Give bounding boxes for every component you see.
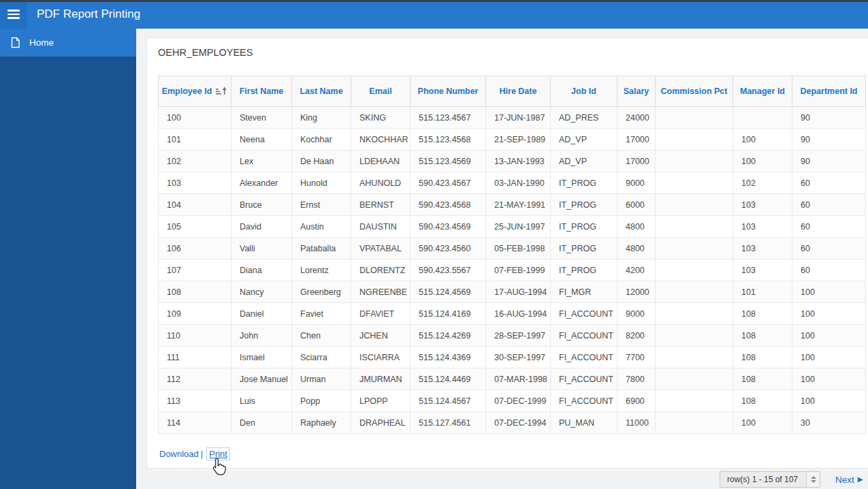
- table-cell: IT_PROG: [551, 259, 617, 281]
- table-cell: 109: [159, 303, 231, 325]
- table-cell: 12000: [617, 281, 656, 303]
- table-cell: 60: [792, 238, 866, 259]
- column-header-hire-date[interactable]: Hire Date: [486, 76, 551, 107]
- table-cell: [656, 151, 733, 172]
- table-cell: 105: [159, 216, 231, 238]
- table-cell: Ismael: [231, 347, 292, 368]
- pagination-range-select[interactable]: row(s) 1 - 15 of 107: [720, 471, 820, 488]
- table-cell: [656, 172, 733, 194]
- column-header-label: Last Name: [300, 86, 342, 96]
- menu-button[interactable]: [0, 0, 27, 29]
- table-cell: ISCIARRA: [351, 347, 411, 368]
- table-row: 101NeenaKochharNKOCHHAR515.123.456821-SE…: [159, 129, 866, 151]
- table-cell: [656, 281, 733, 303]
- next-arrow-icon: ▶: [858, 476, 863, 483]
- table-cell: Lorentz: [292, 259, 351, 281]
- next-label: Next: [835, 475, 854, 485]
- table-cell: Sciarra: [292, 347, 351, 368]
- column-header-phone-number[interactable]: Phone Number: [411, 76, 486, 107]
- column-header-employee-id[interactable]: Employee Id: [159, 76, 231, 107]
- table-cell: FI_ACCOUNT: [551, 303, 617, 325]
- table-cell: 60: [792, 194, 866, 216]
- table-cell: 515.124.4169: [411, 303, 486, 325]
- table-cell: Faviet: [292, 303, 351, 325]
- column-header-email[interactable]: Email: [351, 76, 411, 107]
- table-cell: 05-FEB-1998: [486, 238, 551, 259]
- table-cell: 515.124.4567: [411, 390, 486, 412]
- table-cell: 103: [733, 216, 792, 238]
- table-row: 100StevenKingSKING515.123.456717-JUN-198…: [159, 107, 866, 129]
- pagination-range-label: row(s) 1 - 15 of 107: [720, 475, 806, 484]
- table-cell: PU_MAN: [551, 412, 617, 434]
- table-cell: Hunold: [292, 172, 351, 194]
- table-cell: 100: [792, 347, 866, 368]
- column-header-manager-id[interactable]: Manager Id: [733, 76, 792, 107]
- table-cell: 100: [159, 107, 231, 129]
- table-cell: Lex: [231, 151, 292, 172]
- table-cell: FI_ACCOUNT: [551, 390, 617, 412]
- column-header-label: Department Id: [800, 86, 857, 96]
- table-cell: 112: [159, 368, 231, 390]
- table-cell: Nancy: [231, 281, 292, 303]
- table-cell: 113: [159, 390, 231, 412]
- spinner-icon: [806, 472, 820, 487]
- column-header-department-id[interactable]: Department Id: [792, 76, 866, 107]
- table-cell: 100: [792, 325, 866, 347]
- table-cell: 515.123.4567: [411, 107, 486, 129]
- sidebar-item-home[interactable]: Home: [0, 29, 136, 57]
- table-cell: 103: [733, 259, 792, 281]
- column-header-first-name[interactable]: First Name: [231, 76, 292, 107]
- table-cell: 111: [159, 347, 231, 368]
- table-cell: 9000: [617, 303, 656, 325]
- table-cell: 60: [792, 216, 866, 238]
- table-cell: 101: [733, 281, 792, 303]
- column-header-label: Job Id: [571, 86, 596, 96]
- table-cell: 103: [733, 238, 792, 259]
- table-cell: 100: [792, 390, 866, 412]
- hamburger-icon: [7, 7, 20, 21]
- table-cell: 07-MAR-1998: [486, 368, 551, 390]
- table-cell: 30-SEP-1997: [486, 347, 551, 368]
- table-cell: 4800: [617, 238, 656, 259]
- table-cell: 106: [159, 238, 231, 259]
- table-cell: DAUSTIN: [351, 216, 411, 238]
- table-cell: 90: [792, 129, 866, 151]
- print-link[interactable]: Print: [206, 447, 230, 460]
- table-header-row: Employee IdFirst NameLast NameEmailPhone…: [159, 76, 866, 107]
- table-cell: Austin: [292, 216, 351, 238]
- table-cell: 16-AUG-1994: [486, 303, 551, 325]
- table-cell: [656, 325, 733, 347]
- table-cell: [656, 259, 733, 281]
- region-title: OEHR_EMPLOYEES: [158, 47, 253, 58]
- table-cell: [656, 303, 733, 325]
- table-cell: 104: [159, 194, 231, 216]
- column-header-salary[interactable]: Salary: [617, 76, 656, 107]
- table-cell: Jose Manuel: [231, 368, 292, 390]
- table-cell: FI_MGR: [551, 281, 617, 303]
- table-cell: 114: [159, 412, 231, 434]
- table-cell: 103: [159, 172, 231, 194]
- table-cell: [656, 412, 733, 434]
- column-header-job-id[interactable]: Job Id: [551, 76, 617, 107]
- table-row: 110JohnChenJCHEN515.124.426928-SEP-1997F…: [159, 325, 866, 347]
- download-link[interactable]: Download: [159, 449, 199, 459]
- table-cell: LDEHAAN: [351, 151, 411, 172]
- table-cell: Ernst: [292, 194, 351, 216]
- table-cell: 6000: [617, 194, 656, 216]
- column-header-last-name[interactable]: Last Name: [292, 76, 351, 107]
- table-cell: 101: [159, 129, 231, 151]
- table-cell: AD_VP: [551, 129, 617, 151]
- table-cell: 102: [733, 172, 792, 194]
- table-cell: 108: [733, 347, 792, 368]
- pagination-next-link[interactable]: Next ▶: [835, 471, 863, 488]
- table-cell: IT_PROG: [551, 194, 617, 216]
- table-cell: 4200: [617, 259, 656, 281]
- table-row: 103AlexanderHunoldAHUNOLD590.423.456703-…: [159, 172, 866, 194]
- table-cell: 100: [733, 129, 792, 151]
- table-cell: 7800: [617, 368, 656, 390]
- table-cell: Alexander: [231, 172, 292, 194]
- column-header-commission-pct[interactable]: Commission Pct: [656, 76, 733, 107]
- table-cell: 9000: [617, 172, 656, 194]
- table-cell: 108: [159, 281, 231, 303]
- table-cell: 515.124.4469: [411, 368, 486, 390]
